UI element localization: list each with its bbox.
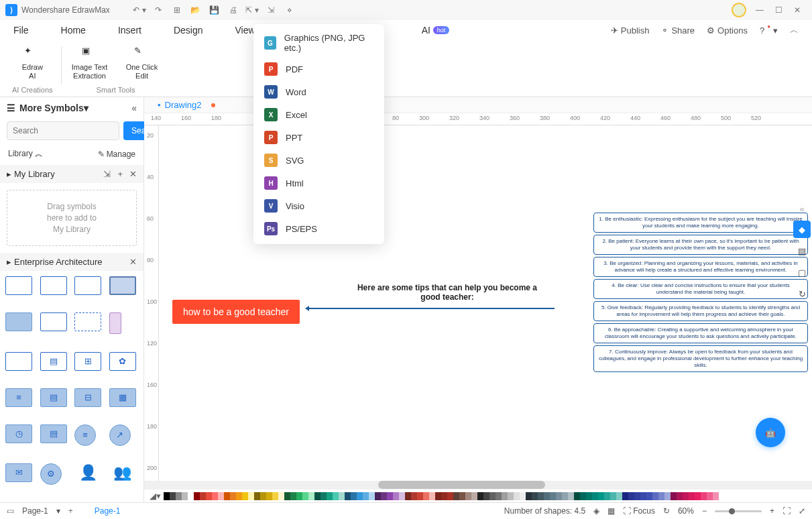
options-button[interactable]: ⚙ Options: [707, 25, 748, 36]
color-swatch[interactable]: [586, 492, 592, 500]
presentation-panel-button[interactable]: ▢: [793, 264, 811, 281]
menu-home[interactable]: Home: [61, 25, 86, 36]
color-swatch[interactable]: [598, 492, 604, 500]
zoom-slider[interactable]: [715, 510, 762, 512]
color-swatch[interactable]: [677, 492, 683, 500]
color-swatch[interactable]: [411, 492, 417, 500]
paint-icon[interactable]: ◢▾: [150, 491, 161, 501]
color-swatch[interactable]: [713, 492, 719, 500]
my-library-panel[interactable]: ▸ My Library ⇲ + ✕: [0, 165, 143, 183]
shape-item[interactable]: [5, 352, 32, 371]
color-swatch[interactable]: [302, 492, 308, 500]
one-click-edit-tool[interactable]: ✎ One ClickEdit: [122, 46, 162, 80]
color-swatch[interactable]: [417, 492, 423, 500]
color-swatch[interactable]: [321, 492, 327, 500]
close-panel-icon[interactable]: ✕: [129, 257, 137, 267]
expand-rail-button[interactable]: «: [795, 204, 809, 214]
color-swatch[interactable]: [556, 492, 562, 500]
color-swatch[interactable]: [652, 492, 658, 500]
shape-item[interactable]: [40, 276, 67, 295]
color-swatch[interactable]: [399, 492, 405, 500]
shape-item[interactable]: ▤: [40, 388, 67, 407]
color-swatch[interactable]: [526, 492, 532, 500]
page-label[interactable]: Page-1: [22, 506, 48, 516]
ai-assistant-float-button[interactable]: 🤖: [756, 418, 785, 447]
color-swatch[interactable]: [514, 492, 520, 500]
page-tab[interactable]: Page-1: [95, 506, 121, 516]
color-swatch[interactable]: [671, 492, 677, 500]
export-item[interactable]: SSVG: [253, 149, 384, 172]
color-swatch[interactable]: [622, 492, 628, 500]
color-swatch[interactable]: [580, 492, 586, 500]
close-lib-icon[interactable]: ✕: [129, 169, 137, 179]
color-swatch[interactable]: [477, 492, 483, 500]
menu-design[interactable]: Design: [174, 25, 203, 36]
export-item[interactable]: PsPS/EPS: [253, 217, 384, 240]
undo-button[interactable]: ↶ ▾: [130, 2, 149, 18]
tip-node[interactable]: 7. Continuously improve: Always be open …: [593, 345, 808, 372]
publish-button[interactable]: ✈ Publish: [611, 25, 650, 36]
fullscreen-button[interactable]: ⤢: [799, 506, 805, 516]
menu-insert[interactable]: Insert: [118, 25, 141, 36]
shape-item[interactable]: ◷: [5, 424, 32, 443]
color-swatch[interactable]: [604, 492, 610, 500]
color-swatch[interactable]: [254, 492, 260, 500]
enterprise-arch-panel[interactable]: ▸ Enterprise Architecture ✕: [0, 253, 143, 271]
color-swatch[interactable]: [272, 492, 278, 500]
symbol-search-input[interactable]: [7, 121, 119, 140]
zoom-level[interactable]: 60%: [678, 506, 694, 516]
more-qat-button[interactable]: ⋄: [280, 2, 299, 18]
color-swatch[interactable]: [429, 492, 435, 500]
color-swatch[interactable]: [471, 492, 477, 500]
shape-item[interactable]: ▤: [40, 424, 67, 443]
fit-button[interactable]: ⛶: [782, 506, 791, 516]
shape-item[interactable]: [74, 276, 101, 295]
horizontal-scrollbar[interactable]: [144, 481, 812, 489]
color-swatch[interactable]: [333, 492, 339, 500]
mindmap-subtitle[interactable]: Here are some tips that can help you bec…: [347, 283, 548, 302]
color-swatch[interactable]: [610, 492, 616, 500]
color-swatch[interactable]: [194, 492, 200, 500]
add-page-button[interactable]: +: [68, 506, 73, 516]
color-swatch[interactable]: [345, 492, 351, 500]
color-swatch[interactable]: [224, 492, 230, 500]
color-swatch[interactable]: [502, 492, 508, 500]
minimize-button[interactable]: —: [750, 2, 769, 18]
color-swatch[interactable]: [260, 492, 266, 500]
pages-button[interactable]: ▭: [7, 506, 14, 516]
color-swatch[interactable]: [369, 492, 375, 500]
color-swatch[interactable]: [176, 492, 182, 500]
shape-item[interactable]: ↗: [109, 424, 131, 446]
user-avatar[interactable]: [732, 3, 746, 17]
mindmap-root-node[interactable]: how to be a good teacher: [172, 300, 300, 324]
color-swatch[interactable]: [218, 492, 224, 500]
color-swatch[interactable]: [248, 492, 254, 500]
color-swatch[interactable]: [508, 492, 514, 500]
color-swatch[interactable]: [441, 492, 447, 500]
color-swatch[interactable]: [296, 492, 302, 500]
collapse-ribbon-button[interactable]: ︿: [790, 24, 799, 36]
color-swatch[interactable]: [520, 492, 526, 500]
color-swatch[interactable]: [701, 492, 707, 500]
shape-item[interactable]: ⚙: [40, 463, 62, 485]
tip-node[interactable]: 2. Be patient: Everyone learns at their …: [593, 235, 808, 255]
menu-ai[interactable]: AI hot: [422, 25, 450, 36]
color-swatch[interactable]: [695, 492, 701, 500]
library-label[interactable]: Library ︽: [8, 148, 43, 160]
format-panel-button[interactable]: ◆: [793, 221, 811, 238]
color-swatch[interactable]: [381, 492, 387, 500]
color-swatch[interactable]: [405, 492, 411, 500]
zoom-out-button[interactable]: −: [702, 506, 707, 516]
color-swatch[interactable]: [363, 492, 369, 500]
export-lib-icon[interactable]: ⇲: [103, 169, 111, 179]
export-item[interactable]: HHtml: [253, 172, 384, 194]
zoom-in-button[interactable]: +: [770, 506, 774, 516]
shape-item[interactable]: [40, 312, 67, 331]
color-swatch[interactable]: [284, 492, 290, 500]
color-swatch[interactable]: [489, 492, 496, 500]
color-swatch[interactable]: [375, 492, 381, 500]
close-button[interactable]: ✕: [788, 2, 807, 18]
color-swatch[interactable]: [640, 492, 646, 500]
shape-item[interactable]: [5, 312, 32, 331]
tip-node[interactable]: 3. Be organized: Planning and organizing…: [593, 257, 808, 277]
